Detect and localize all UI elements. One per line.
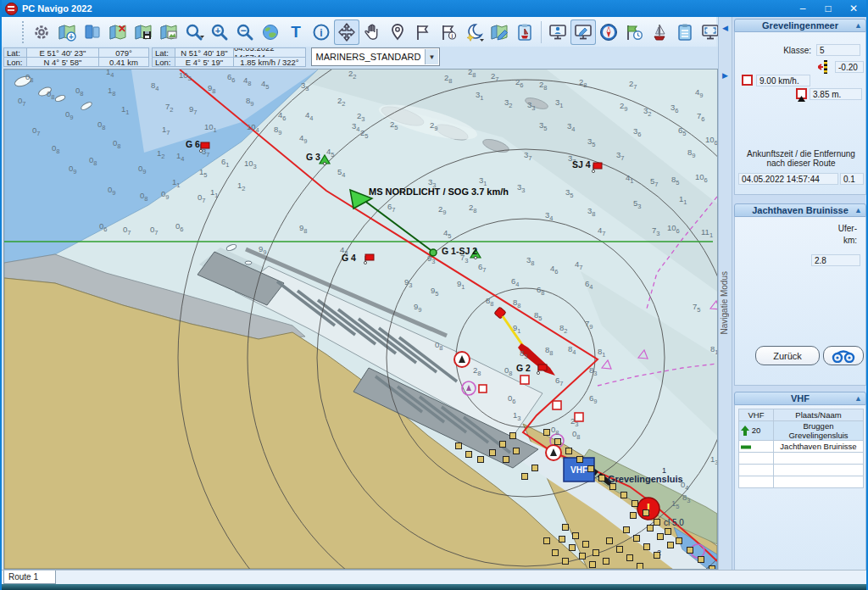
map-save-button[interactable] <box>131 19 156 45</box>
boat-button[interactable] <box>647 19 672 45</box>
svg-text:+: + <box>69 31 74 41</box>
map-add-button[interactable]: + <box>54 19 80 45</box>
globe-button[interactable] <box>258 19 283 45</box>
mooring-mark <box>648 526 654 532</box>
vhf-row-empty[interactable] <box>739 465 864 476</box>
night-mode-button[interactable] <box>461 19 487 45</box>
zoom-in-button[interactable]: + <box>207 19 232 45</box>
svg-text:T: T <box>291 23 301 41</box>
chevron-down-icon[interactable]: ▼ <box>425 49 438 64</box>
speed-limit-checkbox[interactable] <box>742 75 753 86</box>
svg-text:−: − <box>240 24 246 36</box>
pan-tool-button[interactable] <box>334 19 359 45</box>
panel-vhf: VHF ▲ VHF Plaats/Naam 20Bruggen Grevelin… <box>734 392 866 573</box>
sidebar-collapse-strip: ◀ ▶ Navigatie Modus <box>718 17 732 584</box>
mooring-mark <box>617 547 623 553</box>
route-edit-button[interactable] <box>487 19 512 45</box>
svg-text:+: + <box>215 25 220 36</box>
vessel-lon-value: E 4° 5' 19" <box>175 57 234 67</box>
mooring-mark <box>566 448 572 454</box>
monitor-user-button[interactable] <box>545 19 570 45</box>
monitor-edit-button[interactable] <box>570 19 596 45</box>
route-tab[interactable]: Route 1 <box>3 571 56 584</box>
mooring-mark <box>583 542 589 548</box>
mooring-mark <box>624 527 630 533</box>
chart-map[interactable]: VHF ! 0807080809080708080908090908060907… <box>3 69 718 570</box>
panel-vhf-header[interactable]: VHF ▲ <box>734 392 866 405</box>
collapse-up-icon[interactable]: ▲ <box>854 394 862 403</box>
klasse-value: 5 <box>816 44 860 56</box>
ufer-label-2: km: <box>843 236 857 245</box>
text-tool-button[interactable]: T <box>283 19 309 45</box>
arrival-caption: Ankunftszeit / die Entfernung nach diese… <box>742 149 860 168</box>
vhf-row-empty[interactable] <box>739 453 864 465</box>
cursor-lon-value: N 4° 5' 58" <box>26 57 99 67</box>
mooring-mark <box>570 545 576 551</box>
vhf-row-empty[interactable] <box>739 476 864 488</box>
vhf-table[interactable]: VHF Plaats/Naam 20Bruggen Grevelingenslu… <box>738 409 864 488</box>
flag-schedule-button[interactable] <box>621 19 647 45</box>
buoy-label: G 1-SJ 2 <box>442 246 477 256</box>
panel-title: Jachthaven Bruinisse <box>752 205 849 215</box>
mooring-mark <box>676 538 682 544</box>
buoy-label: G 4 <box>342 253 356 263</box>
flag-info-button[interactable]: i <box>436 19 461 45</box>
vessel-label: MS NORDLICHT / SOG 3.7 km/h <box>369 186 509 197</box>
zoom-tool-button[interactable] <box>181 19 207 45</box>
vhf-row[interactable]: 20Bruggen Grevelingensluis <box>739 421 864 441</box>
zoom-out-button[interactable]: − <box>232 19 258 45</box>
arrival-distance: 0.1 <box>840 173 864 185</box>
main-toolbar: +✕+−Tii••▾ <box>2 17 716 47</box>
close-button[interactable]: ✕ <box>841 0 866 17</box>
collapse-right-icon[interactable]: ▶ <box>719 71 732 80</box>
mooring-mark <box>553 550 559 556</box>
hand-tool-button[interactable] <box>359 19 385 45</box>
mooring-mark <box>599 476 605 481</box>
panel-grevelingenmeer-header[interactable]: Grevelingenmeer ▲ <box>734 19 866 32</box>
mooring-mark <box>559 537 565 543</box>
flag-button[interactable] <box>410 19 436 45</box>
compass-button[interactable] <box>596 19 621 45</box>
trip-list-button[interactable] <box>672 19 698 45</box>
collapse-left-icon[interactable]: ◀ <box>719 24 732 32</box>
clipboard-boat-button[interactable] <box>512 19 537 45</box>
mooring-mark <box>590 562 596 568</box>
buoy-label: SJ 4 <box>572 159 591 170</box>
maximize-button[interactable]: □ <box>815 0 841 17</box>
ufer-value: 2.8 <box>811 254 860 266</box>
toolbar-grip[interactable] <box>22 21 24 43</box>
mooring-mark <box>504 457 509 463</box>
mooring-mark <box>698 557 704 563</box>
mooring-mark <box>627 555 633 561</box>
window-title: PC Navigo 2022 <box>22 3 92 14</box>
mooring-mark <box>654 520 660 526</box>
vhf-row[interactable]: Jachthaven Bruinisse <box>739 441 864 453</box>
settings-button[interactable] <box>29 19 54 45</box>
collapse-up-icon[interactable]: ▲ <box>854 21 862 30</box>
mooring-mark <box>544 430 550 436</box>
collapse-up-icon[interactable]: ▲ <box>854 206 862 214</box>
menu-button[interactable] <box>5 19 19 45</box>
map-remove-button[interactable]: ✕ <box>105 19 131 45</box>
toolbar-separator <box>541 21 542 43</box>
minimize-button[interactable]: – <box>790 0 815 17</box>
vessel-lon-label: Lon: <box>152 57 175 67</box>
map-layers-button[interactable] <box>80 19 105 45</box>
mooring-mark <box>500 442 506 448</box>
info-button[interactable]: i <box>309 19 334 45</box>
vhf-col-channel: VHF <box>739 409 774 421</box>
mooring-mark <box>532 465 538 471</box>
back-button[interactable]: Zurück <box>755 346 820 365</box>
map-label: cl 5.0 <box>664 518 684 527</box>
waypoint-button[interactable] <box>385 19 410 45</box>
bottom-bar: Route 1 <box>2 570 866 585</box>
binoculars-button[interactable] <box>823 346 864 365</box>
panel-jachthaven-bruinisse: Jachthaven Bruinisse ▲ Ufer- km: 2.8 Zur… <box>734 203 866 386</box>
chart-preset-select[interactable]: MARINERS_STANDARD ▼ <box>311 47 440 66</box>
app-logo-icon <box>5 3 18 15</box>
ufer-label-1: Ufer- <box>838 224 857 233</box>
chart-preset-value: MARINERS_STANDARD <box>312 52 425 62</box>
mooring-mark <box>643 510 649 516</box>
map-screenshot-button[interactable] <box>156 19 181 45</box>
panel-jachthaven-header[interactable]: Jachthaven Bruinisse ▲ <box>734 203 866 217</box>
